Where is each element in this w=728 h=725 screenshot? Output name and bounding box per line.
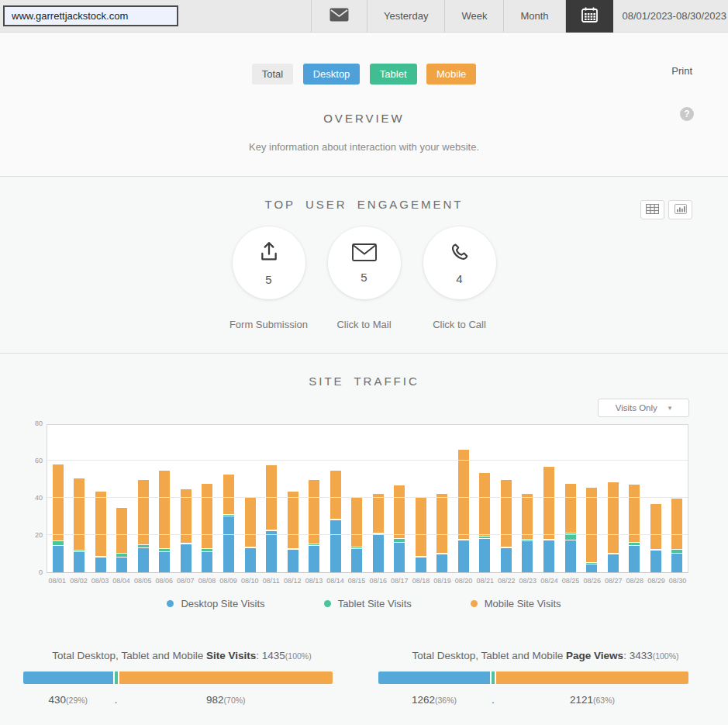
url-input[interactable]: [3, 5, 178, 26]
x-tick-label: 08/01: [47, 577, 68, 585]
filter-total-button[interactable]: Total: [252, 64, 293, 85]
summary-total-pct: (100%): [285, 651, 312, 661]
bar-08/05[interactable]: [138, 480, 149, 572]
bar-08/22[interactable]: [501, 480, 512, 572]
bar-08/14[interactable]: [330, 471, 341, 572]
bar-08/17[interactable]: [394, 485, 405, 572]
segment-mobile: [543, 467, 554, 540]
x-tick-label: 08/05: [132, 577, 154, 585]
x-tick-label: 08/16: [367, 577, 389, 585]
bar-08/21[interactable]: [479, 473, 490, 572]
tab-yesterday[interactable]: Yesterday: [367, 0, 444, 33]
segment-desktop: [522, 541, 533, 572]
segment-desktop: [202, 552, 212, 572]
segment-desktop: [330, 520, 341, 572]
filter-tablet-button[interactable]: Tablet: [370, 64, 417, 85]
page-views-summary: Total Desktop, Tablet and Mobile Page Vi…: [364, 650, 727, 709]
click-to-call-count: 4: [456, 272, 462, 285]
mobile-share: 982(70%): [206, 694, 246, 706]
bar-08/19[interactable]: [436, 494, 447, 572]
bar-08/07[interactable]: [181, 489, 191, 572]
bar-08/29[interactable]: [650, 504, 661, 572]
segment-desktop: [95, 558, 106, 572]
bar-08/01[interactable]: [53, 464, 64, 572]
x-tick-label: 08/02: [68, 577, 90, 585]
bar-08/23[interactable]: [522, 494, 533, 572]
engagement-title: TOP USER ENGAGEMENT: [0, 177, 728, 211]
bar-08/10[interactable]: [245, 498, 256, 572]
engagement-form-submission: 5 Form Submission: [221, 226, 316, 330]
segment-desktop: [74, 552, 85, 572]
x-tick-label: 08/07: [175, 577, 197, 585]
segment-mobile: [650, 504, 661, 550]
page-views-ratio-bar: [378, 671, 688, 684]
calendar-button[interactable]: [565, 0, 613, 33]
segment-desktop: [138, 548, 149, 572]
bar-08/30[interactable]: [671, 499, 682, 572]
form-submission-count: 5: [265, 273, 271, 286]
bar-08/13[interactable]: [309, 480, 319, 572]
segment-desktop: [266, 531, 277, 572]
segment-desktop: [565, 540, 576, 572]
bar-08/24[interactable]: [543, 467, 554, 572]
bar-08/03[interactable]: [95, 492, 106, 572]
mail-button[interactable]: [311, 0, 367, 33]
segment-desktop: [181, 544, 191, 572]
bar-08/09[interactable]: [223, 475, 234, 572]
bar-08/11[interactable]: [266, 465, 277, 572]
bar-08/27[interactable]: [608, 482, 619, 572]
tablet-share-dot: .: [492, 694, 495, 706]
legend-tablet-label: Tablet Site Visits: [338, 598, 412, 609]
x-tick-label: 08/27: [602, 577, 624, 585]
bar-08/26[interactable]: [586, 488, 597, 572]
view-toggles: [637, 200, 692, 219]
mobile-legend-dot-icon: [471, 600, 478, 607]
chart-view-button[interactable]: [668, 200, 692, 219]
segment-desktop: [245, 548, 256, 572]
bar-08/16[interactable]: [373, 494, 384, 572]
bar-08/12[interactable]: [288, 492, 298, 572]
bar-08/15[interactable]: [351, 498, 362, 572]
x-tick-label: 08/13: [303, 577, 325, 585]
segment-mobile: [608, 482, 619, 554]
bar-08/06[interactable]: [159, 471, 170, 572]
segment-mobile: [95, 492, 106, 557]
table-view-button[interactable]: [640, 200, 664, 219]
segment-desktop: [53, 546, 64, 572]
form-submission-label: Form Submission: [229, 319, 308, 330]
print-link[interactable]: Print: [671, 65, 692, 77]
filter-mobile-button[interactable]: Mobile: [426, 64, 476, 85]
click-to-call-circle[interactable]: 4: [423, 226, 496, 299]
x-tick-label: 08/23: [517, 577, 539, 585]
segment-desktop: [629, 546, 640, 572]
x-tick-label: 08/18: [410, 577, 432, 585]
segment-desktop: [394, 543, 405, 572]
gridline: [47, 497, 688, 498]
traffic-mode-dropdown[interactable]: Visits Only ▾: [598, 399, 689, 417]
segment-mobile: [74, 478, 85, 551]
bar-08/28[interactable]: [629, 485, 640, 572]
tab-month[interactable]: Month: [503, 0, 564, 33]
x-tick-label: 08/19: [432, 577, 454, 585]
bar-08/04[interactable]: [116, 508, 127, 572]
bar-08/02[interactable]: [74, 478, 85, 572]
filter-desktop-button[interactable]: Desktop: [303, 64, 361, 85]
bar-08/20[interactable]: [458, 450, 469, 572]
tab-week[interactable]: Week: [444, 0, 503, 33]
ratio-segment: [119, 671, 333, 684]
engagement-items: 5 Form Submission 5 Click to Mail: [0, 226, 728, 330]
legend-mobile[interactable]: Mobile Site Visits: [471, 598, 561, 609]
click-to-mail-circle[interactable]: 5: [328, 226, 401, 299]
form-submission-circle[interactable]: 5: [233, 226, 305, 299]
calendar-icon: [581, 7, 598, 25]
segment-mobile: [671, 499, 682, 550]
segment-desktop: [373, 534, 384, 572]
summary-total: 3433: [630, 650, 653, 661]
legend-tablet[interactable]: Tablet Site Visits: [324, 598, 412, 609]
help-icon[interactable]: ?: [680, 107, 694, 121]
phone-icon: [448, 240, 471, 267]
legend-desktop[interactable]: Desktop Site Visits: [167, 598, 264, 609]
segment-mobile: [351, 498, 362, 547]
dropdown-value: Visits Only: [616, 403, 657, 413]
x-tick-label: 08/21: [474, 577, 496, 585]
